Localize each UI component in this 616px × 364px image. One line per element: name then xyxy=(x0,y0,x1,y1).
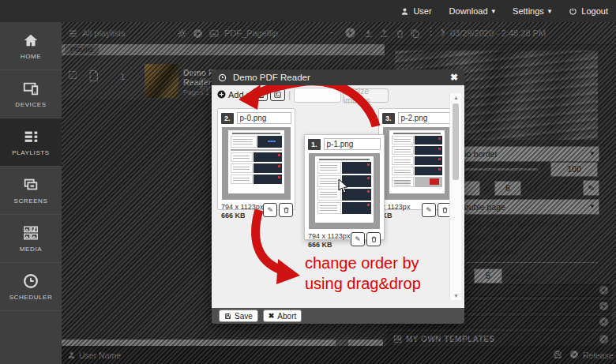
resize-images-button[interactable]: Resize images xyxy=(343,88,389,103)
close-icon[interactable]: ✖ xyxy=(450,72,458,83)
play-icon[interactable] xyxy=(344,27,356,42)
border-value-input[interactable]: 100 xyxy=(550,162,598,177)
user-icon xyxy=(67,351,76,359)
checkbox-checked-icon[interactable]: ☑ xyxy=(68,69,77,81)
edit-page-button[interactable]: ✎ xyxy=(263,203,277,217)
chevron-down-icon: ▾ xyxy=(548,7,552,15)
datetime-label: 03/29/2020 - 2:48:28 PM xyxy=(450,28,546,38)
filename-input[interactable] xyxy=(324,138,381,150)
delete-page-button[interactable] xyxy=(279,203,293,217)
pencil-icon: ✎ xyxy=(355,235,361,243)
upload-icon[interactable] xyxy=(379,28,389,42)
download-menu[interactable]: Download ▾ xyxy=(449,6,495,16)
delete-page-button[interactable] xyxy=(366,232,381,246)
gear-icon[interactable] xyxy=(177,28,187,42)
dialog-header[interactable]: Demo PDF Reader ✖ xyxy=(212,69,464,85)
playlist-tabstrip: Playlist xyxy=(62,44,385,55)
power-icon xyxy=(569,7,577,16)
user-menu[interactable]: User xyxy=(400,6,431,16)
save-icon[interactable] xyxy=(553,350,562,359)
border-select-value: no border xyxy=(462,149,498,159)
chevron-down-icon: ▾ xyxy=(590,202,594,210)
sidebar-item-devices[interactable]: DEVICES xyxy=(0,70,62,118)
edit-page-button[interactable]: ✎ xyxy=(422,203,436,217)
playlists-icon xyxy=(22,128,39,145)
hidden-toolbar-button[interactable] xyxy=(294,88,341,103)
chevron-down-circle-icon: ▾ xyxy=(599,302,608,310)
to-label: to xyxy=(483,183,490,193)
user-name-label: User Name xyxy=(79,351,121,360)
arrow-down-icon[interactable]: ▼ xyxy=(453,293,459,298)
chevron-down-circle-icon: ▾ xyxy=(599,317,608,326)
filename-input[interactable] xyxy=(398,112,452,124)
sidebar-item-media[interactable]: MEDIA xyxy=(0,215,62,263)
pdf-file-icon xyxy=(88,69,99,82)
save-icon xyxy=(224,313,231,320)
logout-label: Logout xyxy=(581,6,608,16)
item-order: 1 xyxy=(120,72,125,81)
sidebar-item-label: PLAYLISTS xyxy=(12,149,50,156)
release-label[interactable]: Release xyxy=(583,351,614,360)
dialog-body: Add page | Resize images 2. xyxy=(212,85,464,308)
sidebar-item-screens[interactable]: SCREENS xyxy=(0,167,62,215)
settings-menu-label: Settings xyxy=(513,6,544,16)
page-mode-value: double page xyxy=(460,202,505,212)
page-card-p0[interactable]: 2. 794 x 1123px666 KB xyxy=(217,108,295,210)
item-thumbnail[interactable] xyxy=(145,64,178,98)
filename-input[interactable] xyxy=(237,112,291,124)
pencil-icon: ✎ xyxy=(268,206,274,214)
top-bar: User Download ▾ Settings ▾ Logout xyxy=(0,0,616,22)
upload-page-button[interactable] xyxy=(253,88,268,101)
pdf-reader-dialog: Demo PDF Reader ✖ Add page | Resize imag… xyxy=(212,69,464,324)
annotation-text: change order by using drag&drop xyxy=(305,253,421,294)
copy-icon[interactable] xyxy=(410,28,420,42)
order-badge: 2. xyxy=(221,113,234,124)
of-total-label: of 7 xyxy=(524,183,539,193)
user-menu-label: User xyxy=(413,6,431,16)
sidebar: HOME DEVICES PLAYLISTS SCREENS MEDIA SCH… xyxy=(0,22,62,364)
user-icon xyxy=(400,7,409,16)
page-to-input[interactable]: 6 xyxy=(494,181,521,196)
sidebar-item-label: MEDIA xyxy=(20,246,42,253)
kebab-menu-icon[interactable]: ⋮ xyxy=(426,25,436,37)
arrow-up-icon[interactable]: ▲ xyxy=(453,95,459,100)
add-playlist-icon[interactable] xyxy=(193,28,203,42)
templates-icon xyxy=(393,335,402,343)
page-size: 666 KB xyxy=(221,212,246,220)
sidebar-item-label: SCREENS xyxy=(14,197,48,205)
dialog-scrollbar[interactable]: ▲ ▼ xyxy=(449,93,461,300)
add-image-button[interactable] xyxy=(270,88,285,101)
scrollbar-thumb[interactable] xyxy=(336,340,348,346)
edit-page-button[interactable]: ✎ xyxy=(351,232,365,246)
trash-icon[interactable] xyxy=(395,28,405,42)
download-menu-label: Download xyxy=(449,6,488,16)
all-playlists-label[interactable]: All playlists xyxy=(82,28,125,38)
media-icon xyxy=(22,224,39,242)
chevron-down-circle-icon: ▾ xyxy=(599,335,608,343)
logout-button[interactable]: Logout xyxy=(569,6,608,16)
edit-range-button[interactable]: ✎ xyxy=(583,180,599,196)
download-icon[interactable] xyxy=(363,28,374,42)
dialog-title: Demo PDF Reader xyxy=(233,73,310,82)
playlist-name[interactable]: PDF_Pageflip xyxy=(224,28,278,38)
chevron-right-icon[interactable]: ❯ xyxy=(440,28,446,36)
save-button[interactable]: Save xyxy=(219,310,258,322)
page-thumbnail[interactable] xyxy=(383,127,451,200)
interval-input[interactable]: 5 xyxy=(474,268,502,283)
horizontal-scrollbar[interactable] xyxy=(62,340,383,346)
seconds-label: seconds xyxy=(506,271,537,280)
sidebar-item-playlists[interactable]: PLAYLISTS xyxy=(0,118,62,167)
page-thumbnail[interactable] xyxy=(222,127,291,200)
release-icon[interactable] xyxy=(569,350,579,359)
settings-menu[interactable]: Settings ▾ xyxy=(513,6,551,16)
order-badge: 3. xyxy=(382,113,395,124)
sidebar-item-scheduler[interactable]: SCHEDULER xyxy=(0,263,62,311)
add-page-icon xyxy=(217,90,226,99)
sidebar-item-home[interactable]: HOME xyxy=(0,22,62,70)
accordion-templates[interactable]: MY OWN TEMPLATES ▾ xyxy=(387,332,612,347)
page-card-p2[interactable]: 3. 794 x 1123px666 KB xyxy=(378,108,456,210)
border-slider-handle[interactable] xyxy=(538,163,540,174)
abort-button[interactable]: ✖ Abort xyxy=(263,310,302,322)
scrollbar-thumb[interactable] xyxy=(453,103,459,180)
tab-playlist[interactable]: Playlist xyxy=(65,45,99,54)
